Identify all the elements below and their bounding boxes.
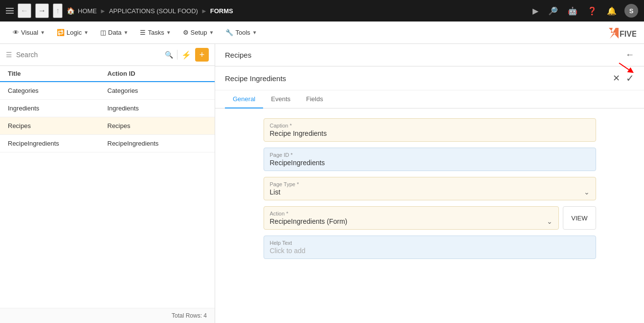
toolbar-tools-label: Tools [235,29,250,36]
avatar[interactable]: S [624,4,638,18]
notification-button[interactable]: 🔔 [605,4,619,18]
row-title: RecipeIngredients [8,140,108,147]
help-text-value: Click to add [270,247,590,255]
help-text-label: Help Text [270,240,590,246]
form-header: Recipe Ingredients ✕ ✓ [215,66,644,90]
add-button[interactable]: + [195,48,209,62]
table-row[interactable]: RecipeIngredients RecipeIngredients [0,135,215,152]
form-body: Caption * Recipe Ingredients Page ID * R… [215,108,644,323]
toolbar-item-setup[interactable]: ⚙ Setup ▼ [178,26,219,39]
toolbar-logo: FIVE [607,26,636,40]
tabs: General Events Fields [215,90,644,108]
search-divider [177,50,178,60]
table-row[interactable]: Categories Categories [0,82,215,100]
setup-chevron-icon: ▼ [209,30,214,35]
toolbar-item-tasks[interactable]: ☰ Tasks ▼ [135,26,176,39]
form-actions: ✕ ✓ [613,72,634,84]
table-row[interactable]: Ingredients Ingredients [0,100,215,117]
row-title: Recipes [8,122,108,129]
search-bar: ☰ 🔍 ⚡ + [0,44,215,66]
toolbar-item-logic[interactable]: 🔁 Logic ▼ [52,26,93,39]
page-type-field[interactable]: Page Type * List ⌄ [264,177,596,200]
action-field[interactable]: Action * RecipeIngredients (Form) ⌄ [264,206,559,230]
total-rows-label: Total Rows: 4 [172,312,207,319]
action-label: Action * [270,211,553,216]
breadcrumb-app[interactable]: APPLICATIONS (SOUL FOOD) [109,7,198,15]
five-logo-svg: FIVE [607,26,636,40]
tab-fields[interactable]: Fields [298,90,331,108]
right-panel-back-button[interactable]: ← [625,50,634,60]
table-row[interactable]: Recipes Recipes [0,117,215,135]
toolbar-item-data[interactable]: ◫ Data ▼ [95,26,133,39]
right-panel: Recipes ← Recipe Ingredients ✕ ✓ [215,44,644,323]
toolbar-logic-label: Logic [67,29,82,36]
svg-text:FIVE: FIVE [620,30,636,38]
caption-label: Caption * [270,123,590,129]
row-title: Ingredients [8,105,108,112]
action-value-row: RecipeIngredients (Form) ⌄ [270,217,553,225]
filter-icon: ☰ [6,51,12,59]
logic-chevron-icon: ▼ [84,30,89,35]
page-id-value: RecipeIngredients [270,159,590,167]
data-icon: ◫ [100,29,106,36]
play-button[interactable]: ▶ [531,4,540,18]
svg-marker-0 [609,28,619,39]
form-panel: Recipe Ingredients ✕ ✓ [215,66,644,323]
toolbar-data-label: Data [108,29,121,36]
search-button[interactable]: 🔍 [165,51,173,59]
toolbar-visual-label: Visual [21,29,38,36]
row-title: Categories [8,87,108,94]
flash-button[interactable]: ⚡ [181,50,191,60]
table-footer: Total Rows: 4 [0,308,215,323]
tab-general[interactable]: General [225,90,263,108]
help-text-field[interactable]: Help Text Click to add [264,236,596,259]
breadcrumb-sep-2: ► [201,7,207,15]
action-dropdown-icon[interactable]: ⌄ [547,217,553,225]
column-actionid-header: Action ID [108,70,207,77]
visual-chevron-icon: ▼ [40,30,45,35]
search-global-button[interactable]: 🔎 [546,4,560,18]
toolbar-left: 👁 Visual ▼ 🔁 Logic ▼ ◫ Data ▼ ☰ Tasks ▼ … [8,26,262,39]
breadcrumb-home[interactable]: HOME [78,7,97,15]
top-bar: ← → ↑ 🏠 HOME ► APPLICATIONS (SOUL FOOD) … [0,0,644,22]
tab-events[interactable]: Events [263,90,298,108]
top-bar-actions: ▶ 🔎 🤖 ❓ 🔔 S [531,4,638,18]
action-value: RecipeIngredients (Form) [270,217,348,225]
tasks-chevron-icon: ▼ [166,30,171,35]
page-type-value: List [270,188,281,196]
form-confirm-button[interactable]: ✓ [626,72,634,84]
search-input[interactable] [16,51,161,59]
page-type-dropdown-icon[interactable]: ⌄ [584,188,590,196]
toolbar-item-visual[interactable]: 👁 Visual ▼ [8,26,50,39]
right-panel-title: Recipes [225,51,251,59]
toolbar-item-tools[interactable]: 🔧 Tools ▼ [221,26,262,39]
action-row: Action * RecipeIngredients (Form) ⌄ VIEW [264,206,596,230]
page-id-field[interactable]: Page ID * RecipeIngredients [264,148,596,171]
help-button[interactable]: ❓ [585,4,599,18]
breadcrumb-sep-1: ► [100,7,106,15]
breadcrumb: 🏠 HOME ► APPLICATIONS (SOUL FOOD) ► FORM… [67,7,233,15]
view-button[interactable]: VIEW [563,206,596,230]
left-panel: ☰ 🔍 ⚡ + Title Action ID Categories Categ… [0,44,215,323]
hamburger-icon[interactable] [6,6,14,15]
page-type-label: Page Type * [270,181,590,187]
column-title-header: Title [8,70,108,77]
robot-button[interactable]: 🤖 [566,4,579,18]
up-nav-button[interactable]: ↑ [53,3,63,18]
toolbar: 👁 Visual ▼ 🔁 Logic ▼ ◫ Data ▼ ☰ Tasks ▼ … [0,22,644,44]
forward-nav-button[interactable]: → [35,3,49,18]
table-header: Title Action ID [0,66,215,82]
caption-field[interactable]: Caption * Recipe Ingredients [264,118,596,142]
top-bar-nav: ← → ↑ 🏠 HOME ► APPLICATIONS (SOUL FOOD) … [6,3,527,18]
form-fields: Caption * Recipe Ingredients Page ID * R… [264,118,596,259]
row-action-id: Ingredients [108,105,207,112]
setup-icon: ⚙ [183,29,189,36]
toolbar-setup-label: Setup [191,29,207,36]
back-nav-button[interactable]: ← [18,3,31,18]
row-action-id: RecipeIngredients [108,140,207,147]
right-panel-header: Recipes ← [215,44,644,66]
breadcrumb-section[interactable]: FORMS [210,7,233,15]
page-id-label: Page ID * [270,152,590,158]
form-close-button[interactable]: ✕ [613,73,620,84]
tools-icon: 🔧 [225,29,233,36]
